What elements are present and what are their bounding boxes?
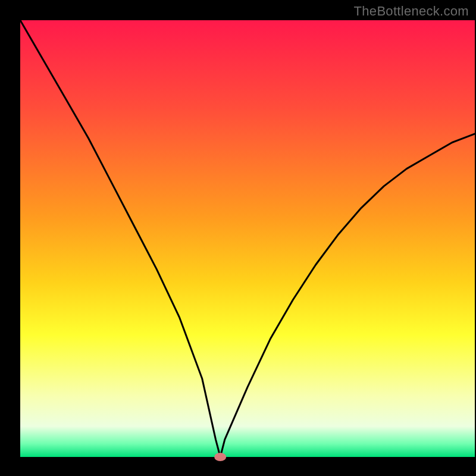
plot-background (20, 20, 475, 457)
optimal-marker (214, 453, 226, 461)
bottleneck-chart (0, 0, 476, 476)
watermark-text: TheBottleneck.com (354, 4, 469, 19)
chart-frame: TheBottleneck.com (0, 0, 476, 476)
